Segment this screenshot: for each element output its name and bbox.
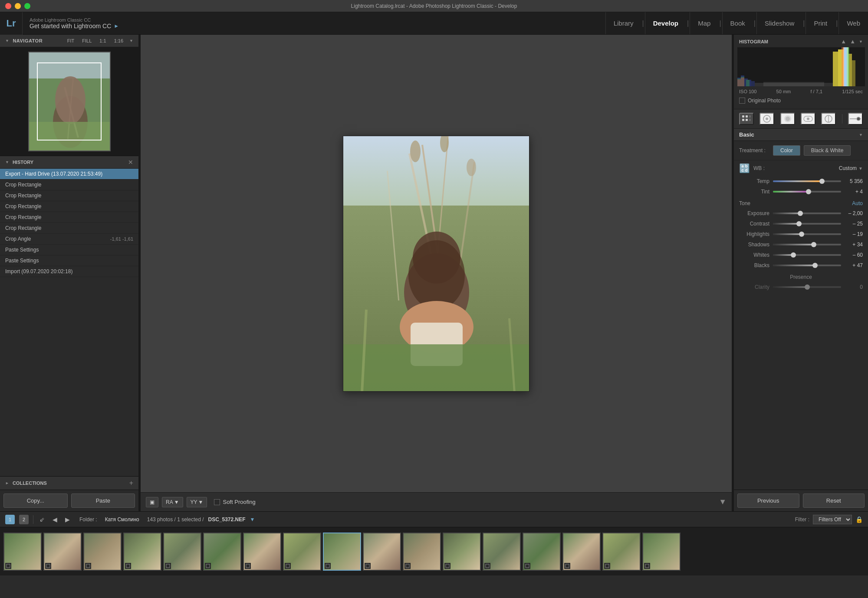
nav-print[interactable]: Print — [806, 12, 835, 34]
highlights-thumb[interactable] — [799, 232, 804, 237]
filmstrip-filename-dropdown[interactable]: ▼ — [250, 516, 255, 523]
filmstrip-grid-view-btn[interactable]: ⇙ — [38, 514, 46, 525]
history-item-6[interactable]: Crop Angle-1,61 -1,61 — [0, 234, 138, 245]
nav-web[interactable]: Web — [838, 12, 868, 34]
film-thumb-8[interactable] — [323, 533, 361, 571]
tone-auto-btn[interactable]: Auto — [852, 200, 863, 206]
nav-develop[interactable]: Develop — [645, 12, 686, 34]
film-thumb-5[interactable] — [203, 533, 241, 571]
film-thumb-3[interactable] — [123, 533, 161, 571]
nav-map[interactable]: Map — [690, 12, 718, 34]
exposure-thumb[interactable] — [798, 211, 803, 216]
filter-select[interactable]: Filters Off Flagged Rated — [813, 515, 852, 524]
paste-button[interactable]: Paste — [71, 493, 135, 508]
contrast-track[interactable] — [773, 223, 841, 225]
wb-dropdown-icon[interactable]: ▼ — [858, 166, 863, 171]
bw-treatment-btn[interactable]: Black & White — [804, 145, 851, 156]
original-photo-checkbox[interactable] — [739, 98, 745, 104]
history-title: History — [13, 160, 33, 165]
basic-adjustments-tool[interactable] — [739, 113, 754, 125]
filmstrip-badge-1[interactable]: 1 — [5, 515, 15, 524]
graduated-filter-tool[interactable] — [821, 113, 836, 125]
film-thumb-1[interactable] — [43, 533, 82, 571]
yy-dropdown[interactable]: YY ▼ — [187, 497, 207, 507]
film-thumb-15[interactable] — [602, 533, 641, 571]
maximize-button[interactable] — [24, 3, 30, 9]
svg-rect-41 — [842, 47, 844, 86]
zoom-1-16-btn[interactable]: 1:16 — [112, 37, 125, 44]
collections-header[interactable]: ► Collections + — [0, 477, 138, 490]
range-mask-tool[interactable] — [848, 113, 863, 125]
zoom-1-1-btn[interactable]: 1:1 — [98, 37, 108, 44]
history-item-3[interactable]: Crop Rectangle — [0, 201, 138, 212]
whites-track[interactable] — [773, 254, 841, 256]
histogram-highlight-clip-icon[interactable]: ▲ — [850, 38, 855, 45]
filmstrip-next-btn[interactable]: ▶ — [63, 514, 72, 525]
tint-thumb[interactable] — [806, 189, 811, 194]
clarity-thumb[interactable] — [805, 284, 810, 290]
blacks-track[interactable] — [773, 265, 841, 266]
history-header[interactable]: ▼ History ✕ — [0, 156, 138, 169]
history-item-1[interactable]: Crop Rectangle — [0, 180, 138, 190]
reset-button[interactable]: Reset — [803, 493, 865, 508]
temp-track[interactable] — [773, 180, 841, 182]
nav-book[interactable]: Book — [722, 12, 753, 34]
soft-proofing-checkbox[interactable] — [214, 499, 220, 505]
zoom-fill-btn[interactable]: FILL — [80, 37, 93, 44]
history-item-7[interactable]: Paste Settings — [0, 245, 138, 255]
previous-button[interactable]: Previous — [737, 493, 799, 508]
film-thumb-11[interactable] — [443, 533, 481, 571]
exposure-track[interactable] — [773, 212, 841, 214]
nav-library[interactable]: Library — [605, 12, 641, 34]
filmstrip-badge-2[interactable]: 2 — [19, 515, 29, 524]
nav-slideshow[interactable]: Slideshow — [756, 12, 802, 34]
history-item-9[interactable]: Import (09.07.2020 20:02:18) — [0, 266, 138, 277]
history-close-btn[interactable]: ✕ — [128, 159, 133, 166]
histogram-header[interactable]: Histogram ▲ ▲ ▼ — [737, 36, 865, 47]
contrast-thumb[interactable] — [796, 221, 802, 226]
history-item-8[interactable]: Paste Settings — [0, 255, 138, 266]
film-thumb-14[interactable] — [562, 533, 601, 571]
crop-tool-btn[interactable]: ▣ — [146, 497, 158, 507]
shadows-track[interactable] — [773, 244, 841, 245]
film-thumb-6[interactable] — [243, 533, 281, 571]
film-thumb-10[interactable] — [403, 533, 441, 571]
close-button[interactable] — [5, 3, 11, 9]
history-item-5[interactable]: Crop Rectangle — [0, 223, 138, 234]
clarity-track[interactable] — [773, 286, 841, 288]
ra-dropdown[interactable]: RA ▼ — [162, 497, 183, 507]
film-thumb-13[interactable] — [523, 533, 561, 571]
red-eye-tool[interactable] — [801, 113, 815, 125]
highlights-track[interactable] — [773, 233, 841, 235]
color-treatment-btn[interactable]: Color — [773, 145, 800, 156]
navigator-header[interactable]: ▼ Navigator FIT FILL 1:1 1:16 ▼ — [0, 35, 138, 47]
history-item-0[interactable]: Export - Hard Drive (13.07.2020 21:53:49… — [0, 169, 138, 180]
whites-thumb[interactable] — [791, 252, 796, 258]
temp-thumb[interactable] — [819, 179, 825, 184]
toolbar-expand-btn[interactable]: ▼ — [719, 497, 727, 506]
zoom-fit-btn[interactable]: FIT — [66, 37, 76, 44]
spot-removal-tool[interactable] — [780, 113, 795, 125]
histogram-shadow-clip-icon[interactable]: ▲ — [841, 38, 846, 45]
collections-add-btn[interactable]: + — [129, 479, 133, 487]
film-thumb-12[interactable] — [483, 533, 521, 571]
film-thumb-7[interactable] — [283, 533, 321, 571]
crop-tool[interactable] — [760, 113, 774, 125]
filter-lock-icon[interactable]: 🔒 — [855, 516, 863, 523]
blacks-thumb[interactable] — [812, 263, 818, 268]
film-thumb-2[interactable] — [83, 533, 122, 571]
film-thumb-9[interactable] — [363, 533, 401, 571]
tint-track[interactable] — [773, 191, 841, 193]
wb-eyedropper-icon[interactable]: 🔡 — [739, 163, 750, 173]
film-thumb-16[interactable] — [642, 533, 681, 571]
filmstrip-prev-btn[interactable]: ◀ — [51, 514, 59, 525]
minimize-button[interactable] — [15, 3, 21, 9]
shadows-label: Shadows — [739, 242, 769, 248]
history-item-2[interactable]: Crop Rectangle — [0, 190, 138, 201]
shadows-thumb[interactable] — [811, 242, 816, 247]
basic-header[interactable]: Basic ▼ — [734, 129, 868, 141]
history-item-4[interactable]: Crop Rectangle — [0, 212, 138, 223]
film-thumb-4[interactable] — [163, 533, 201, 571]
film-thumb-0[interactable] — [3, 533, 42, 571]
copy-button[interactable]: Copy... — [3, 493, 68, 508]
